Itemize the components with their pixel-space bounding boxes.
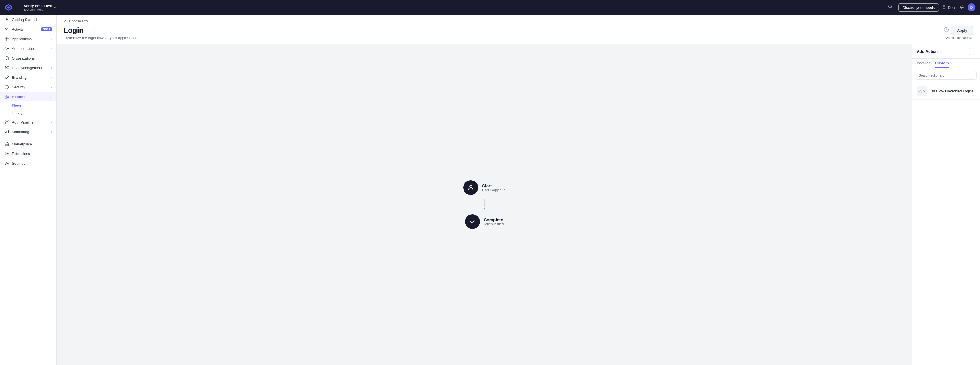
connector-line xyxy=(484,199,485,207)
logo-icon xyxy=(5,3,13,11)
key-icon xyxy=(5,46,9,51)
sidebar-item-actions[interactable]: Actions ⌄ xyxy=(0,92,56,102)
user-icon xyxy=(467,184,474,191)
back-label: Choose flow xyxy=(69,19,88,23)
svg-point-42 xyxy=(469,185,472,187)
sidebar-item-security[interactable]: Security › xyxy=(0,82,56,92)
back-link[interactable]: Choose flow xyxy=(64,19,973,23)
notifications-button[interactable] xyxy=(959,5,964,10)
action-card-icon-code: </> xyxy=(917,86,927,96)
sidebar-item-user-management[interactable]: User Management › xyxy=(0,63,56,73)
sidebar-label-applications: Applications xyxy=(12,37,48,41)
user-avatar[interactable]: D xyxy=(967,3,975,11)
sidebar-item-settings[interactable]: Settings xyxy=(0,159,56,168)
actions-icon xyxy=(5,94,9,99)
history-button[interactable] xyxy=(944,27,949,34)
panel-plus-button[interactable]: + xyxy=(969,48,975,55)
sidebar-label-security: Security xyxy=(12,85,48,89)
svg-point-39 xyxy=(6,153,8,154)
security-chevron-icon: › xyxy=(51,86,52,89)
search-button[interactable] xyxy=(886,3,895,12)
tab-installed[interactable]: Installed xyxy=(917,59,931,68)
docs-button[interactable]: Docs xyxy=(942,5,956,10)
sidebar-item-getting-started[interactable]: Getting Started xyxy=(0,15,56,24)
svg-rect-20 xyxy=(6,59,7,60)
sidebar-item-branding[interactable]: Branding › xyxy=(0,73,56,82)
sidebar-item-organizations[interactable]: Organizations xyxy=(0,53,56,63)
svg-rect-19 xyxy=(7,58,8,59)
user-management-chevron-icon: › xyxy=(51,66,52,70)
sidebar-label-actions: Actions xyxy=(12,95,47,99)
flow-subtitle: Customize the login flow for your applic… xyxy=(64,36,138,40)
search-actions-input[interactable] xyxy=(916,71,977,79)
sidebar-divider xyxy=(0,138,56,138)
sidebar-item-marketplace[interactable]: Marketplace xyxy=(0,139,56,149)
building-icon xyxy=(5,56,9,60)
sidebar-item-activity[interactable]: Activity FIRST xyxy=(0,24,56,34)
store-icon xyxy=(5,142,9,146)
lightning-icon xyxy=(5,17,9,22)
discuss-needs-button[interactable]: Discuss your needs xyxy=(898,3,939,12)
svg-point-13 xyxy=(5,47,7,49)
sidebar-label-extensions: Extensions xyxy=(12,152,52,156)
svg-rect-10 xyxy=(7,37,9,38)
sidebar-label-auth-pipeline: Auth Pipeline xyxy=(12,120,48,124)
svg-rect-9 xyxy=(5,37,6,38)
settings-icon xyxy=(5,161,9,165)
tab-custom[interactable]: Custom xyxy=(935,59,948,68)
live-status: All changes are live xyxy=(946,36,973,40)
logo[interactable] xyxy=(5,3,13,11)
sidebar-label-settings: Settings xyxy=(12,161,52,165)
flow-node-complete: Complete Token Issued xyxy=(460,210,509,233)
bell-icon xyxy=(959,5,964,9)
svg-rect-35 xyxy=(6,131,7,133)
history-icon xyxy=(944,27,949,32)
bar-chart-icon xyxy=(5,130,9,134)
sidebar-label-monitoring: Monitoring xyxy=(12,130,48,134)
flow-canvas-area: Start User Logged In ▾ xyxy=(57,44,980,365)
complete-node-subtitle: Token Issued xyxy=(484,222,504,226)
sidebar-subitem-flows[interactable]: Flows xyxy=(0,102,56,110)
flow-actions-area: Apply All changes are live xyxy=(944,26,973,40)
svg-rect-24 xyxy=(5,95,6,96)
code-icon: </> xyxy=(918,89,925,93)
start-node-info: Start User Logged In xyxy=(482,183,505,192)
subitem-flows-label: Flows xyxy=(12,103,22,107)
docs-label: Docs xyxy=(948,5,956,10)
complete-node-title: Complete xyxy=(484,217,504,222)
sidebar-item-applications[interactable]: Applications › xyxy=(0,34,56,44)
search-icon xyxy=(888,5,892,9)
add-action-panel: Add Action + Installed Custom </> xyxy=(912,44,980,365)
svg-rect-34 xyxy=(5,132,6,133)
sidebar-item-auth-pipeline[interactable]: Auth Pipeline › xyxy=(0,117,56,127)
activity-badge: FIRST xyxy=(41,27,52,31)
action-card-disallow[interactable]: </> Disallow Unverified Logins xyxy=(912,83,980,100)
main-content: Choose flow Login Customize the login fl… xyxy=(57,15,980,365)
sidebar-label-branding: Branding xyxy=(12,75,48,79)
sidebar-subitem-library[interactable]: Library xyxy=(0,110,56,117)
svg-rect-11 xyxy=(5,39,6,41)
sidebar: Getting Started Activity FIRST Applicati… xyxy=(0,15,57,365)
project-env: Development xyxy=(24,8,52,11)
monitoring-chevron-icon: › xyxy=(51,130,52,133)
apply-button[interactable]: Apply xyxy=(951,26,973,35)
sidebar-item-monitoring[interactable]: Monitoring › xyxy=(0,127,56,136)
flow-nodes: Start User Logged In ▾ xyxy=(458,176,511,233)
svg-rect-36 xyxy=(8,130,8,133)
project-selector[interactable]: verify-email-test Development ▾ xyxy=(24,4,56,11)
topnav: verify-email-test Development ▾ Discuss … xyxy=(0,0,980,15)
users-icon xyxy=(5,65,9,70)
back-arrow-icon xyxy=(64,19,67,23)
pipeline-icon xyxy=(5,120,9,124)
sidebar-label-user-management: User Management xyxy=(12,66,48,70)
authentication-chevron-icon: › xyxy=(51,47,52,50)
flow-title: Login xyxy=(64,26,138,35)
start-node-subtitle: User Logged In xyxy=(482,188,505,192)
svg-rect-12 xyxy=(7,39,9,41)
svg-line-23 xyxy=(7,76,8,77)
project-chevron-icon: ▾ xyxy=(54,6,56,10)
sidebar-label-getting-started: Getting Started xyxy=(12,17,52,22)
sidebar-item-authentication[interactable]: Authentication › xyxy=(0,44,56,53)
sidebar-item-extensions[interactable]: Extensions xyxy=(0,149,56,159)
svg-point-30 xyxy=(8,121,9,122)
